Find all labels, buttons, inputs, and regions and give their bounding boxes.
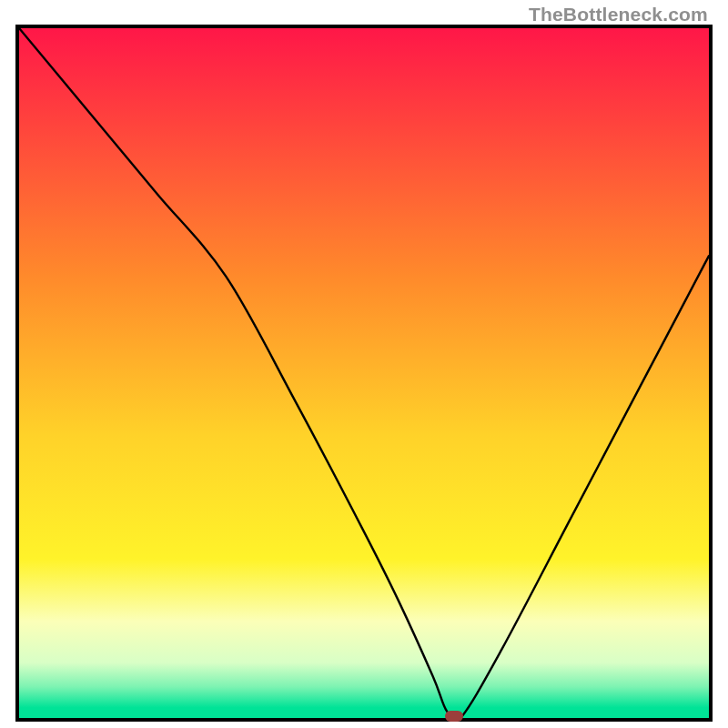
chart-frame <box>15 25 713 722</box>
watermark-text: TheBottleneck.com <box>529 4 708 25</box>
chart-marker <box>445 711 463 722</box>
chart-stage: TheBottleneck.com <box>0 0 728 728</box>
chart-curve <box>19 28 709 718</box>
bottleneck-line <box>19 28 709 718</box>
